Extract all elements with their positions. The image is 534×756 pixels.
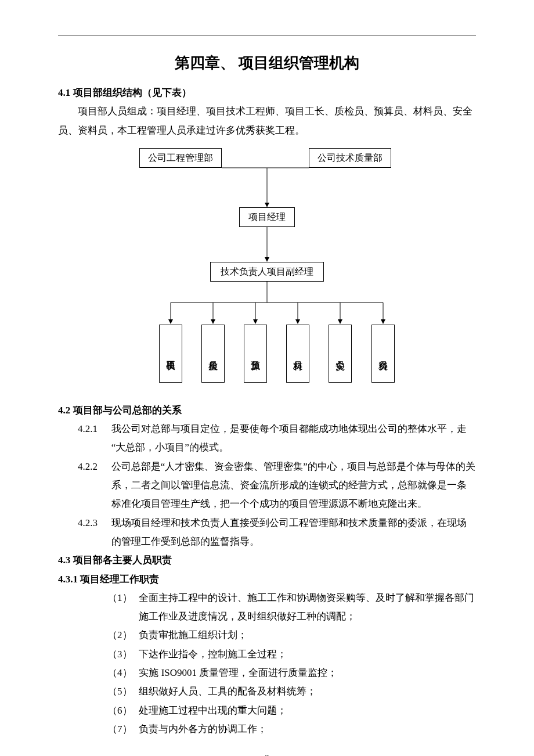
item-num: 4.2.2 — [78, 458, 111, 514]
header-rule — [58, 35, 476, 35]
list-num: （2） — [107, 626, 139, 645]
node-eng-dept: 公司工程管理部 — [139, 148, 222, 168]
page-number: 3 — [58, 754, 476, 756]
duty-3: （3）下达作业指令，控制施工全过程； — [107, 645, 476, 664]
chapter-title: 第四章、 项目组织管理机构 — [58, 53, 476, 73]
duty-2: （2）负责审批施工组织计划； — [107, 626, 476, 645]
duty-6: （6）处理施工过程中出现的重大问题； — [107, 701, 476, 720]
node-leaf-0: 项目工长 — [159, 325, 182, 383]
node-leaf-1: 质检员 — [201, 325, 225, 383]
node-leaf-3: 材料员 — [286, 325, 309, 383]
section-4-1: 4.1 项目部组织结构（见下表） — [58, 84, 476, 102]
list-num: （4） — [107, 664, 139, 682]
node-leaf-2: 预算员 — [244, 325, 267, 383]
item-4-2-3: 4.2.3 现场项目经理和技术负责人直接受到公司工程管理部和技术质量部的委派，在… — [78, 514, 476, 552]
duty-7: （7）负责与内外各方的协调工作； — [107, 720, 476, 739]
item-4-2-2: 4.2.2 公司总部是“人才密集、资金密集、管理密集”的中心，项目与总部是个体与… — [78, 458, 476, 514]
list-text: 全面主持工程中的设计、施工工作和协调物资采购等、及时了解和掌握各部门施工作业及进… — [139, 589, 476, 627]
node-leaf-5: 资料员 — [371, 325, 395, 383]
list-num: （7） — [107, 720, 139, 739]
list-num: （5） — [107, 682, 139, 701]
list-text: 组织做好人员、工具的配备及材料统筹； — [139, 682, 476, 701]
section-4-3: 4.3 项目部各主要人员职责 — [58, 551, 476, 570]
section-4-3-1: 4.3.1 项目经理工作职责 — [58, 570, 476, 589]
item-text: 我公司对总部与项目定位，是要使每个项目都能成功地体现出公司的整体水平，走“大总部… — [111, 420, 476, 458]
duty-4: （4）实施 ISO9001 质量管理，全面进行质量监控； — [107, 664, 476, 682]
node-tech-lead: 技术负责人项目副经理 — [210, 262, 324, 282]
node-leaf-4: 安全员 — [329, 325, 352, 383]
duty-5: （5）组织做好人员、工具的配备及材料统筹； — [107, 682, 476, 701]
node-pm: 项目经理 — [239, 207, 295, 227]
list-num: （3） — [107, 645, 139, 664]
item-num: 4.2.3 — [78, 514, 111, 552]
duty-1: （1）全面主持工程中的设计、施工工作和协调物资采购等、及时了解和掌握各部门施工作… — [107, 589, 476, 627]
list-num: （6） — [107, 701, 139, 720]
list-text: 处理施工过程中出现的重大问题； — [139, 701, 476, 720]
item-4-2-1: 4.2.1 我公司对总部与项目定位，是要使每个项目都能成功地体现出公司的整体水平… — [78, 420, 476, 458]
list-num: （1） — [107, 589, 139, 627]
list-text: 负责与内外各方的协调工作； — [139, 720, 476, 739]
node-tech-dept: 公司技术质量部 — [309, 148, 391, 168]
item-text: 现场项目经理和技术负责人直接受到公司工程管理部和技术质量部的委派，在现场的管理工… — [111, 514, 476, 552]
list-text: 下达作业指令，控制施工全过程； — [139, 645, 476, 664]
org-chart: 公司工程管理部 公司技术质量部 项目经理 技术负责人项目副经理 项目工长 质检员… — [58, 146, 476, 390]
section-4-2: 4.2 项目部与公司总部的关系 — [58, 401, 476, 420]
list-text: 实施 ISO9001 质量管理，全面进行质量监控； — [139, 664, 476, 682]
item-num: 4.2.1 — [78, 420, 111, 458]
section-4-1-body: 项目部人员组成：项目经理、项目技术工程师、项目工长、质检员、预算员、材料员、安全… — [58, 102, 476, 140]
item-text: 公司总部是“人才密集、资金密集、管理密集”的中心，项目与总部是个体与母体的关系，… — [111, 458, 476, 514]
list-text: 负责审批施工组织计划； — [139, 626, 476, 645]
